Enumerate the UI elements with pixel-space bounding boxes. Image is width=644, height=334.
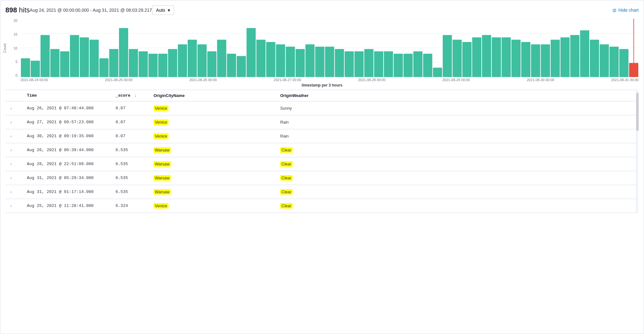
cell-score: 6.535: [110, 171, 148, 185]
svg-rect-18: [148, 54, 158, 77]
svg-rect-56: [521, 42, 530, 77]
svg-rect-40: [364, 49, 373, 77]
th-weather: OriginWeather: [275, 90, 639, 101]
svg-rect-9: [60, 51, 69, 77]
cell-time: Aug 27, 2021 @ 09:57:23.000: [22, 115, 110, 129]
cell-time: Aug 31, 2021 @ 05:29:34.000: [22, 171, 110, 185]
table-row: ›Aug 26, 2021 @ 06:39:44.0006.535WarsawC…: [5, 143, 639, 157]
svg-rect-20: [168, 49, 177, 77]
svg-rect-55: [511, 40, 521, 77]
svg-rect-12: [90, 40, 99, 77]
cell-time: Aug 30, 2021 @ 09:19:35.000: [22, 129, 110, 143]
expand-row-icon[interactable]: ›: [10, 106, 17, 111]
weather-highlight: Clear: [280, 189, 293, 195]
cell-time: Aug 28, 2021 @ 22:51:08.000: [22, 157, 110, 171]
svg-rect-8: [50, 49, 60, 77]
expand-row-icon[interactable]: ›: [10, 204, 17, 208]
svg-rect-58: [541, 44, 550, 77]
weather-highlight: Clear: [280, 203, 293, 209]
cell-score: 8.07: [110, 101, 148, 115]
svg-rect-31: [276, 44, 285, 77]
svg-rect-19: [158, 54, 167, 77]
y-axis-label: Count: [3, 43, 7, 53]
svg-rect-45: [413, 51, 422, 77]
svg-rect-36: [325, 47, 334, 77]
hits-label: 898 hits: [5, 6, 30, 14]
cell-city: Venice: [148, 199, 275, 213]
svg-rect-37: [335, 49, 344, 77]
expand-row-icon[interactable]: ›: [10, 134, 17, 138]
svg-rect-27: [237, 56, 246, 77]
city-highlight: Venice: [154, 133, 168, 139]
x-axis-title: timestamp per 3 hours: [5, 83, 639, 87]
auto-dropdown[interactable]: Auto ▾: [152, 5, 174, 15]
svg-rect-44: [403, 54, 413, 77]
chart-header: 898 hits Aug 24, 2021 @ 00:00:00.000 - A…: [5, 5, 639, 15]
svg-rect-41: [374, 51, 383, 77]
svg-rect-29: [256, 40, 266, 77]
svg-rect-23: [198, 44, 207, 77]
main-container: 898 hits Aug 24, 2021 @ 00:00:00.000 - A…: [0, 0, 644, 334]
svg-rect-21: [178, 44, 187, 77]
cell-score: 6.324: [110, 199, 148, 213]
expand-row-icon[interactable]: ›: [10, 176, 17, 180]
svg-rect-6: [31, 61, 40, 77]
svg-rect-61: [570, 35, 579, 77]
svg-rect-48: [443, 35, 452, 77]
expand-row-icon[interactable]: ›: [10, 190, 17, 194]
cell-time: Aug 31, 2021 @ 01:17:14.000: [22, 185, 110, 199]
cell-weather: Rain: [275, 129, 639, 143]
cell-weather: Clear: [275, 185, 639, 199]
svg-rect-62: [580, 30, 589, 77]
th-city: OriginCityName: [148, 90, 275, 101]
cell-time: Aug 26, 2021 @ 06:39:44.000: [22, 143, 110, 157]
scrollbar-track[interactable]: [636, 90, 639, 213]
svg-rect-26: [227, 54, 236, 77]
city-highlight: Venice: [154, 203, 168, 209]
table-row: ›Aug 30, 2021 @ 09:19:35.0008.07VeniceRa…: [5, 129, 639, 143]
cell-city: Venice: [148, 129, 275, 143]
city-highlight: Venice: [154, 106, 168, 111]
cell-score: 6.535: [110, 157, 148, 171]
city-highlight: Venice: [154, 119, 168, 125]
svg-rect-66: [619, 49, 628, 77]
svg-rect-7: [41, 35, 50, 77]
table-header-row: Time _score ↓ OriginCityName OriginWeath…: [5, 90, 639, 101]
cell-weather: Clear: [275, 157, 639, 171]
x-axis-labels: 2021-08-24 00:00 2021-08-25 00:00 2021-0…: [21, 78, 639, 82]
svg-rect-43: [394, 54, 403, 77]
table-row: ›Aug 27, 2021 @ 09:57:23.0008.07VeniceRa…: [5, 115, 639, 129]
scrollbar-thumb[interactable]: [636, 93, 639, 131]
chevron-down-icon: ▾: [168, 8, 170, 13]
cell-city: Warsaw: [148, 157, 275, 171]
svg-rect-59: [551, 40, 560, 77]
svg-rect-39: [354, 51, 363, 77]
expand-row-icon[interactable]: ›: [10, 148, 17, 152]
svg-rect-34: [306, 44, 315, 77]
svg-rect-11: [80, 37, 89, 77]
svg-rect-28: [247, 28, 256, 77]
weather-highlight: Clear: [280, 147, 293, 153]
cell-time: Aug 25, 2021 @ 11:28:41.000: [22, 199, 110, 213]
results-table-wrapper: Time _score ↓ OriginCityName OriginWeath…: [5, 90, 639, 213]
cell-score: 8.07: [110, 129, 148, 143]
cell-weather: Clear: [275, 171, 639, 185]
svg-rect-32: [286, 47, 295, 77]
city-highlight: Warsaw: [154, 189, 171, 195]
city-highlight: Warsaw: [154, 161, 171, 167]
results-table: Time _score ↓ OriginCityName OriginWeath…: [5, 90, 639, 213]
histogram-svg: [21, 19, 639, 77]
cell-time: Aug 26, 2021 @ 07:48:44.000: [22, 101, 110, 115]
cell-city: Warsaw: [148, 185, 275, 199]
svg-rect-47: [433, 68, 442, 77]
cell-city: Venice: [148, 101, 275, 115]
svg-rect-50: [462, 42, 471, 77]
svg-rect-5: [21, 58, 30, 77]
svg-rect-51: [472, 37, 481, 77]
expand-row-icon[interactable]: ›: [10, 120, 17, 125]
th-score[interactable]: _score ↓: [110, 90, 148, 101]
hide-chart-button[interactable]: ⊘ Hide chart: [612, 7, 639, 13]
svg-rect-14: [109, 49, 118, 77]
svg-rect-57: [531, 44, 540, 77]
expand-row-icon[interactable]: ›: [10, 162, 17, 166]
